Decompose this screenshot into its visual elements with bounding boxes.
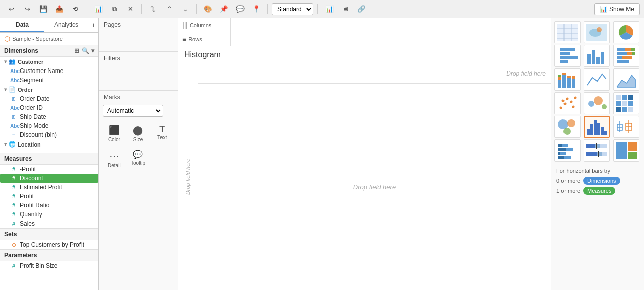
svg-point-57 (564, 128, 571, 135)
marks-select-row: Automatic (99, 104, 178, 121)
marks-type-select[interactable]: Automatic (103, 105, 163, 117)
group-order-header[interactable]: ▾ 📄 Order (0, 85, 98, 94)
marks-color-button[interactable]: ⬛ Color (104, 123, 125, 144)
undo-button[interactable]: ↩ (4, 2, 18, 16)
thumb-hbar[interactable] (554, 45, 581, 67)
field-ship-mode[interactable]: Abc Ship Mode (0, 121, 98, 130)
thumb-stacked-vbar[interactable] (554, 68, 581, 91)
device-button[interactable]: 🖥 (338, 2, 352, 16)
svg-rect-73 (558, 148, 566, 151)
publish-button[interactable]: 📤 (52, 2, 66, 16)
main-drop-zone[interactable]: Drop field here (198, 84, 551, 290)
thumb-bullet[interactable] (584, 139, 610, 162)
datasource-name[interactable]: Sample - Superstore (12, 36, 63, 42)
scroll-spacer (0, 149, 98, 153)
field-list: Dimensions ⊞ 🔍 ▾ ▾ 👥 Customer Abc Custom… (0, 45, 98, 290)
svg-rect-20 (631, 48, 635, 51)
svg-rect-35 (572, 76, 575, 79)
field-segment[interactable]: Abc Segment (0, 76, 98, 85)
swap-button[interactable]: ⇅ (146, 2, 160, 16)
field-order-id[interactable]: Abc Order ID (0, 103, 98, 112)
rows-content[interactable] (230, 32, 549, 46)
columns-shelf: ||| Columns (178, 18, 551, 32)
group-location-header[interactable]: ▾ 🌐 Location (0, 139, 98, 149)
svg-rect-24 (617, 56, 622, 59)
thumb-pie[interactable] (613, 21, 639, 43)
thumb-histogram[interactable] (584, 116, 610, 138)
clear-button[interactable]: ✕ (123, 2, 137, 16)
field-estimated-profit[interactable]: # Estimated Profit (0, 183, 98, 192)
svg-rect-12 (560, 56, 578, 59)
standard-select[interactable]: Standard (272, 3, 313, 15)
field-quantity[interactable]: # Quantity (0, 210, 98, 219)
svg-rect-46 (616, 95, 621, 100)
left-drop-text: Drop field here (185, 159, 191, 195)
field-top-customers[interactable]: ⊙ Top Customers by Profit (0, 240, 98, 249)
thumb-treemap[interactable] (613, 139, 639, 162)
thumb-box-plot[interactable] (613, 116, 639, 138)
redo-button[interactable]: ↪ (20, 2, 34, 16)
sort-asc-button[interactable]: ⇑ (162, 2, 176, 16)
columns-content[interactable] (230, 18, 549, 32)
color-button[interactable]: 🎨 (201, 2, 215, 16)
field-sales[interactable]: # Sales (0, 219, 98, 228)
thumb-geo-map[interactable] (584, 21, 610, 43)
dimensions-badge: Dimensions (583, 177, 620, 185)
thumb-line[interactable] (584, 68, 610, 91)
thumb-circle[interactable] (584, 92, 610, 114)
color-swatch-icon: ⬛ (109, 125, 120, 136)
thumb-scatter[interactable] (554, 92, 581, 114)
marks-text-button[interactable]: T Text (151, 123, 173, 144)
field-neg-profit[interactable]: # -Profit (0, 165, 98, 174)
field-profit-bin-size[interactable]: # Profit Bin Size (0, 261, 98, 270)
tooltip-button[interactable]: 💬 (233, 2, 247, 16)
chart-type-button[interactable]: 📊 (322, 2, 336, 16)
marks-size-button[interactable]: ⬤ Size (128, 123, 149, 144)
revert-button[interactable]: ⟲ (68, 2, 83, 16)
field-discount[interactable]: # Discount (0, 174, 98, 183)
thumb-area[interactable] (613, 68, 639, 91)
marks-tooltip-button[interactable]: 💬 Tooltip (128, 148, 149, 170)
thumb-stacked-hbar[interactable] (613, 45, 639, 67)
group-customer-header[interactable]: ▾ 👥 Customer (0, 57, 98, 66)
filters-header: Filters (99, 52, 178, 65)
field-profit[interactable]: # Profit (0, 192, 98, 201)
field-order-date[interactable]: 🗓 Order Date (0, 94, 98, 103)
sort-desc-button[interactable]: ⇓ (178, 2, 192, 16)
thumb-vbar[interactable] (584, 45, 610, 67)
svg-rect-84 (586, 152, 597, 156)
marks-section: Marks Automatic ⬛ Color ⬤ Size T Text (99, 91, 178, 290)
add-data-button[interactable]: + (89, 18, 98, 32)
marks-detail-button[interactable]: ⋯ Detail (104, 148, 125, 170)
svg-rect-50 (622, 101, 627, 106)
columns-label: ||| Columns (180, 21, 230, 29)
group-location: ▾ 🌐 Location (0, 139, 98, 149)
svg-rect-19 (625, 48, 631, 51)
share-button[interactable]: 🔗 (354, 2, 368, 16)
new-sheet-button[interactable]: 📊 (91, 2, 105, 16)
save-button[interactable]: 💾 (36, 2, 50, 16)
field-discount-bin[interactable]: ≡ Discount (bin) (0, 130, 98, 139)
thumb-packed-bubbles[interactable] (554, 116, 581, 138)
search-dimensions-button[interactable]: 🔍 (82, 47, 89, 54)
field-customer-name[interactable]: Abc Customer Name (0, 66, 98, 76)
panel-tabs: Data Analytics + (0, 18, 98, 33)
group-by-button[interactable]: ⊞ (74, 47, 79, 54)
duplicate-button[interactable]: ⧉ (107, 2, 121, 16)
svg-point-38 (566, 98, 569, 100)
tab-analytics[interactable]: Analytics (44, 18, 89, 32)
svg-rect-80 (586, 144, 595, 148)
svg-point-8 (597, 27, 602, 32)
thumb-heat[interactable] (613, 92, 639, 114)
thumb-text-table[interactable] (554, 21, 581, 43)
field-profit-ratio[interactable]: # Profit Ratio (0, 201, 98, 210)
pin-button[interactable]: 📍 (249, 2, 263, 16)
field-ship-date[interactable]: 🗓 Ship Date (0, 112, 98, 121)
dimensions-menu-button[interactable]: ▾ (91, 47, 94, 54)
show-me-button[interactable]: 📊 Show Me (594, 3, 640, 15)
top-drop-zone[interactable]: Drop field here (198, 63, 551, 84)
chart-left-drop-zone[interactable]: Drop field here (178, 63, 198, 290)
thumb-gantt[interactable] (554, 139, 581, 162)
tab-data[interactable]: Data (0, 18, 44, 32)
annotation-button[interactable]: 📌 (217, 2, 231, 16)
